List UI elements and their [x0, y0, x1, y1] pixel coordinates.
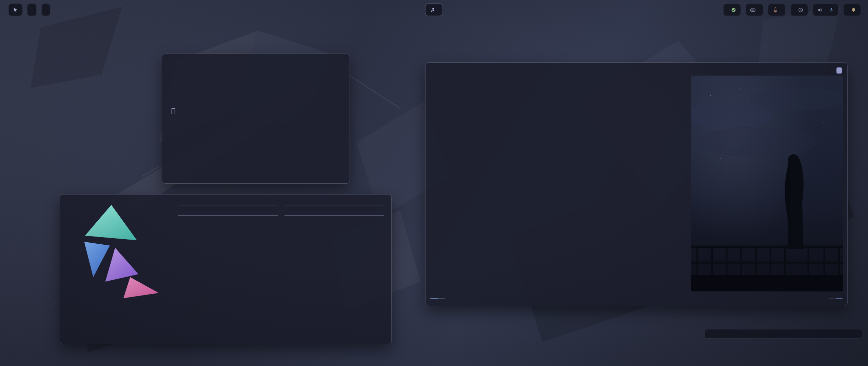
check-circle-icon [731, 7, 736, 13]
notifications-module[interactable] [843, 3, 861, 16]
media-module[interactable] [425, 3, 443, 16]
software-header [178, 211, 384, 219]
list-position-badge [836, 298, 843, 299]
file-list-pane [484, 76, 687, 291]
file-manager-window[interactable] [425, 62, 848, 306]
command-line [169, 80, 343, 87]
top-bar [0, 3, 868, 18]
volume-module[interactable] [812, 3, 839, 16]
preview-image [691, 76, 843, 291]
command-line [169, 59, 343, 66]
launcher-button[interactable] [8, 3, 23, 16]
prompt-line [169, 108, 343, 115]
listing-header [169, 87, 343, 94]
audio-visualizer [41, 3, 51, 16]
temperature-module[interactable] [768, 3, 786, 16]
tab-badge[interactable] [836, 67, 842, 74]
terminal-window[interactable] [162, 54, 350, 184]
logo-triangle-pink [123, 277, 159, 298]
hardware-header [178, 201, 384, 209]
logo-triangle-blue [84, 242, 110, 277]
workspaces-module [27, 3, 37, 16]
keyboard-layout-module[interactable] [745, 3, 764, 16]
logo-triangle-teal [85, 205, 137, 240]
file-size-badge [438, 298, 445, 299]
speaker-icon [817, 7, 823, 13]
keyboard-icon [750, 7, 755, 13]
notification-popup[interactable] [704, 329, 862, 339]
microphone-icon [829, 7, 834, 13]
prompt-line [169, 73, 343, 80]
system-info-window[interactable] [60, 194, 392, 344]
parent-directory-pane [430, 76, 480, 291]
cursor-arrow-icon [13, 7, 18, 13]
updates-module[interactable] [723, 3, 741, 16]
clock-module[interactable] [790, 3, 808, 16]
bell-icon [851, 7, 856, 13]
thermometer-icon [773, 7, 778, 13]
bar-left-modules [8, 3, 51, 16]
music-note-icon [430, 7, 435, 13]
bar-right-modules [723, 3, 861, 16]
mode-badge [430, 298, 438, 299]
clock-icon [798, 7, 803, 13]
logo-triangle-mauve [105, 248, 139, 282]
distro-logo [72, 203, 162, 305]
scroll-percent-badge [829, 298, 836, 299]
prompt-line [169, 101, 343, 108]
image-preview-pane [691, 76, 843, 291]
cursor [172, 108, 175, 114]
